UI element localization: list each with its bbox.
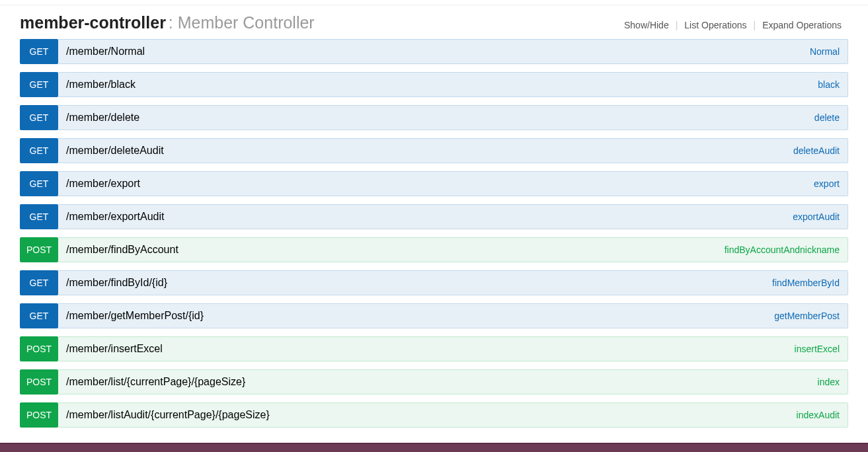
operation-path: /member/list/{currentPage}/{pageSize}	[66, 376, 245, 388]
operation-row[interactable]: GET/member/getMemberPost/{id}getMemberPo…	[20, 303, 848, 328]
http-method-badge[interactable]: POST	[20, 402, 58, 428]
operation-summary: findByAccountAndnickname	[725, 245, 840, 255]
operation-path: /member/deleteAudit	[66, 145, 164, 157]
http-method-badge[interactable]: GET	[20, 138, 58, 163]
http-method-badge[interactable]: GET	[20, 72, 58, 97]
operation-row[interactable]: GET/member/deleteAuditdeleteAudit	[20, 138, 848, 163]
operation-summary: black	[818, 79, 840, 90]
operation-path: /member/getMemberPost/{id}	[66, 310, 204, 322]
operation-path-summary[interactable]: /member/exportexport	[58, 171, 848, 196]
footer-bar	[0, 443, 868, 452]
operation-summary: delete	[814, 112, 840, 123]
operation-path: /member/exportAudit	[66, 211, 165, 223]
link-show-hide[interactable]: Show/Hide	[617, 20, 676, 30]
operation-path-summary[interactable]: /member/blackblack	[58, 72, 848, 97]
operation-row[interactable]: GET/member/exportAuditexportAudit	[20, 204, 848, 229]
operation-summary: Normal	[810, 46, 840, 57]
operations-list: GET/member/NormalNormalGET/member/blackb…	[20, 39, 848, 428]
operation-path-summary[interactable]: /member/findByAccountfindByAccountAndnic…	[58, 237, 848, 262]
operation-row[interactable]: GET/member/exportexport	[20, 171, 848, 196]
operation-path-summary[interactable]: /member/deletedelete	[58, 105, 848, 130]
operation-row[interactable]: POST/member/listAudit/{currentPage}/{pag…	[20, 402, 848, 428]
operation-row[interactable]: GET/member/NormalNormal	[20, 39, 848, 64]
link-list-operations[interactable]: List Operations	[678, 20, 753, 30]
http-method-badge[interactable]: GET	[20, 270, 58, 295]
operation-path: /member/findByAccount	[66, 244, 178, 256]
operation-path: /member/export	[66, 178, 140, 190]
http-method-badge[interactable]: GET	[20, 303, 58, 328]
http-method-badge[interactable]: GET	[20, 39, 58, 64]
http-method-badge[interactable]: GET	[20, 204, 58, 229]
operation-row[interactable]: GET/member/blackblack	[20, 72, 848, 97]
operation-path: /member/findById/{id}	[66, 277, 167, 289]
operation-row[interactable]: POST/member/list/{currentPage}/{pageSize…	[20, 369, 848, 395]
operation-summary: getMemberPost	[774, 311, 840, 321]
operation-path-summary[interactable]: /member/exportAuditexportAudit	[58, 204, 848, 229]
operation-row[interactable]: POST/member/insertExcelinsertExcel	[20, 336, 848, 361]
operation-path: /member/insertExcel	[66, 343, 163, 355]
operation-path-summary[interactable]: /member/insertExcelinsertExcel	[58, 336, 848, 361]
controller-links: Show/Hide | List Operations | Expand Ope…	[617, 20, 848, 30]
operation-path-summary[interactable]: /member/NormalNormal	[58, 39, 848, 64]
operation-path: /member/black	[66, 79, 136, 91]
operation-summary: deleteAudit	[793, 145, 840, 156]
operation-path-summary[interactable]: /member/findById/{id}findMemberById	[58, 270, 848, 295]
operation-path-summary[interactable]: /member/getMemberPost/{id}getMemberPost	[58, 303, 848, 328]
operation-path: /member/Normal	[66, 46, 145, 57]
http-method-badge[interactable]: GET	[20, 105, 58, 130]
operation-summary: indexAudit	[797, 410, 840, 420]
http-method-badge[interactable]: GET	[20, 171, 58, 196]
http-method-badge[interactable]: POST	[20, 237, 58, 262]
controller-name: member-controller	[20, 13, 166, 32]
operation-summary: insertExcel	[795, 344, 840, 354]
http-method-badge[interactable]: POST	[20, 369, 58, 395]
controller-header: member-controller : Member Controller Sh…	[20, 11, 848, 36]
controller-desc: Member Controller	[178, 13, 315, 32]
operation-path-summary[interactable]: /member/listAudit/{currentPage}/{pageSiz…	[58, 402, 848, 428]
operation-summary: findMemberById	[772, 278, 840, 288]
controller-desc-sep: :	[169, 13, 178, 32]
operation-path-summary[interactable]: /member/deleteAuditdeleteAudit	[58, 138, 848, 163]
operation-row[interactable]: POST/member/findByAccountfindByAccountAn…	[20, 237, 848, 262]
operation-summary: export	[814, 178, 840, 189]
http-method-badge[interactable]: POST	[20, 336, 58, 361]
operation-summary: exportAudit	[793, 211, 840, 222]
operation-path-summary[interactable]: /member/list/{currentPage}/{pageSize}ind…	[58, 369, 848, 395]
operation-path: /member/listAudit/{currentPage}/{pageSiz…	[66, 409, 270, 421]
operation-row[interactable]: GET/member/findById/{id}findMemberById	[20, 270, 848, 295]
controller-title-group[interactable]: member-controller : Member Controller	[20, 13, 315, 32]
operation-path: /member/delete	[66, 112, 139, 124]
link-expand-operations[interactable]: Expand Operations	[756, 20, 848, 30]
operation-row[interactable]: GET/member/deletedelete	[20, 105, 848, 130]
operation-summary: index	[818, 377, 840, 387]
